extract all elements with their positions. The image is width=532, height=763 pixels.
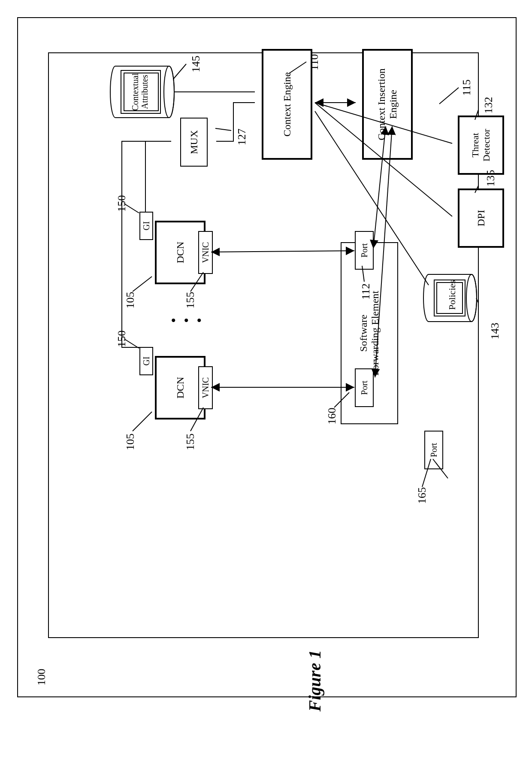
context-insertion-block: Context Insertion Engine — [362, 49, 413, 160]
dcn-label-l: DCN — [175, 377, 186, 399]
sfe-label: Software Forwarding Element — [358, 291, 381, 376]
ref-150-r: 150 — [115, 195, 128, 212]
ref-105-r: 105 — [124, 292, 137, 309]
ref-155-l: 155 — [184, 434, 197, 450]
vnic-label-r: VNIC — [201, 242, 211, 263]
port-a-label: Port — [360, 243, 369, 257]
svg-point-1 — [164, 66, 174, 118]
ref-112: 112 — [360, 283, 372, 300]
port-c-label: Port — [429, 443, 439, 457]
contextual-attrs-label: Contextual Attributes — [130, 68, 156, 116]
ref-145: 145 — [190, 56, 203, 73]
svg-point-2 — [423, 274, 434, 322]
diagram-frame: DCN GI VNIC DCN GI VNIC • • • MUX — [48, 52, 479, 638]
port-b: Port — [355, 368, 374, 407]
port-a: Port — [355, 231, 374, 270]
mux-block: MUX — [180, 118, 208, 167]
vnic-right: VNIC — [198, 231, 213, 274]
vnic-label-l: VNIC — [201, 377, 211, 398]
gi-left: GI — [139, 347, 153, 375]
svg-point-0 — [110, 66, 121, 118]
figure-caption-text: Figure 1 — [305, 650, 324, 711]
policies-text: Policies — [447, 280, 457, 310]
context-engine-block: Context Engine — [262, 49, 312, 160]
mux-label: MUX — [188, 130, 200, 154]
threat-label: Threat Detector — [470, 129, 492, 161]
ref-155-r: 155 — [184, 292, 197, 309]
dpi-label: DPI — [475, 210, 487, 227]
threat-detector-block: Threat Detector — [458, 116, 504, 175]
figure-caption: Figure 1 — [305, 650, 325, 711]
context-engine-label: Context Engine — [281, 72, 293, 137]
ref-160: 160 — [326, 408, 339, 425]
ref-127: 127 — [236, 129, 248, 146]
page-frame: DCN GI VNIC DCN GI VNIC • • • MUX — [17, 17, 517, 697]
ref-110: 110 — [308, 54, 321, 70]
context-insertion-label: Context Insertion Engine — [376, 68, 399, 140]
ref-143: 143 — [489, 323, 502, 340]
ref-132: 132 — [482, 97, 495, 114]
port-b-label: Port — [360, 380, 369, 395]
ref-100: 100 — [35, 669, 48, 686]
ref-150-l: 150 — [115, 331, 128, 347]
svg-point-3 — [466, 274, 477, 322]
dpi-block: DPI — [458, 188, 504, 248]
dcn-label: DCN — [175, 242, 186, 264]
gi-label-r: GI — [142, 221, 151, 230]
ref-115: 115 — [460, 79, 473, 96]
policies-label: Policies — [447, 278, 458, 312]
dcn-ellipsis: • • • — [171, 313, 204, 328]
contextual-text: Contextual Attributes — [130, 73, 149, 111]
vnic-left: VNIC — [198, 366, 213, 409]
ref-135: 135 — [484, 170, 497, 187]
port-c: Port — [424, 431, 443, 469]
ref-105-l: 105 — [124, 434, 137, 450]
ref-165: 165 — [416, 487, 429, 504]
gi-label-l: GI — [142, 356, 151, 365]
gi-right: GI — [139, 212, 153, 240]
